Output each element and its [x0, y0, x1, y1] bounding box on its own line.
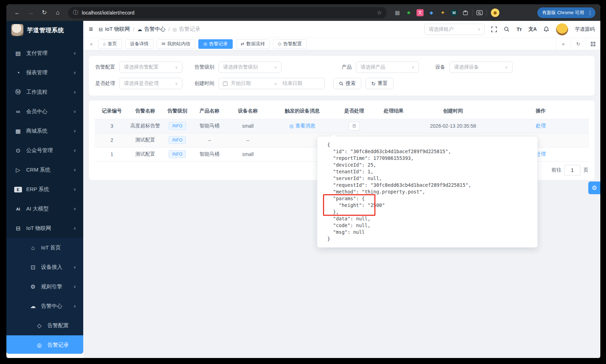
sidebar-item-erp[interactable]: E ERP 系统 ∨ — [6, 180, 83, 199]
product-select[interactable]: 请选择产品 ∨ — [356, 62, 419, 73]
sidebar-item-alert-record[interactable]: ◎ 告警记录 — [6, 335, 83, 354]
chevron-down-icon: ∨ — [73, 90, 76, 94]
tab-label: 告警配置 — [283, 41, 302, 47]
sidebar-item-workflow[interactable]: Ⓜ 工作流程 ∨ — [6, 82, 83, 102]
tab-home[interactable]: ⌂ 首页 — [98, 39, 122, 49]
puzzle-extension-icon[interactable] — [462, 9, 469, 16]
level-info-tag: INFO — [169, 122, 186, 130]
sidebar-item-payment[interactable]: ▤ 支付管理 ∨ — [6, 44, 83, 63]
alert-config-select[interactable]: 请选择告警配置 ∨ — [119, 62, 182, 73]
hexagon-icon: ◇ — [278, 41, 281, 46]
grid-extension-icon[interactable]: ▦ — [394, 9, 401, 16]
reload-icon[interactable]: ↻ — [38, 7, 50, 18]
sidebar-item-iot[interactable]: ⊟ IoT 物联网 ∧ — [6, 219, 83, 238]
wallet-icon: ▤ — [14, 50, 22, 57]
tab-alert-config[interactable]: ◇ 告警配置 — [273, 39, 307, 49]
data-flow-icon: ⇄ — [241, 41, 244, 46]
layout-grid-icon[interactable] — [585, 38, 600, 50]
sidebar-item-device-access[interactable]: ⊡ 设备接入 ∨ — [6, 258, 83, 277]
url-bar[interactable]: ⓘ localhost/iot/alert/record ☆ — [68, 7, 387, 18]
refresh-icon: ↻ — [371, 81, 376, 86]
sidebar-item-member[interactable]: ∞ 会员中心 ∨ — [6, 102, 83, 121]
tab-device-detail[interactable]: 设备详情 — [125, 39, 153, 49]
tabs-expand-icon[interactable]: » — [556, 38, 571, 50]
view-message-link[interactable]: ◎ 查看消息 — [289, 123, 315, 129]
refresh-icon[interactable]: ↻ — [571, 38, 585, 50]
sidebar-item-label: 公众号管理 — [26, 147, 73, 154]
back-icon[interactable]: ← — [11, 7, 23, 18]
chevron-down-icon: ∨ — [175, 81, 178, 86]
sidebar-item-iot-home[interactable]: ⌂ IoT 首页 — [6, 238, 83, 258]
breadcrumb-iot[interactable]: ⊟ IoT 物联网 — [99, 26, 130, 33]
sidebar-item-report[interactable]: ◔ 报表管理 ∨ — [6, 63, 83, 82]
toolbar-divider — [472, 9, 473, 16]
language-icon[interactable]: 文A — [528, 26, 537, 33]
home-icon: ⌂ — [103, 41, 106, 46]
chevron-up-icon: ∧ — [73, 226, 76, 231]
chevron-down-icon: ∨ — [73, 70, 76, 75]
sidebar-item-official-account[interactable]: ⊙ 公众号管理 ∨ — [6, 141, 83, 160]
tenant-select[interactable]: 请选择租户 ∨ — [424, 24, 485, 35]
hamburger-icon[interactable]: ≡ — [89, 25, 93, 33]
end-date-placeholder: 结束日期 — [282, 80, 321, 87]
sidebar-item-mall[interactable]: ▦ 商城系统 ∨ — [6, 121, 83, 141]
device-message-popover: { "id": "30fc8edd63cb4d1bacef289f9d22581… — [317, 136, 538, 248]
chrome-update-button[interactable]: 有新版 Chrome 可用 ⋮ — [537, 7, 595, 18]
broom-extension-icon[interactable]: ✦ — [439, 9, 446, 16]
m-extension-icon[interactable]: M — [451, 9, 458, 16]
handled-select[interactable]: 请选择是否处理 ∨ — [119, 78, 182, 89]
search-button[interactable]: 搜索 — [333, 78, 361, 89]
alert-level-select[interactable]: 请选择告警级别 ∨ — [219, 62, 282, 73]
sidebar-item-ai[interactable]: AI AI 大模型 ∨ — [6, 199, 83, 219]
filter-label-created: 创建时间 — [194, 80, 214, 87]
profile-avatar[interactable]: ☻ — [491, 8, 499, 17]
star-extension-icon[interactable]: ★ — [405, 9, 412, 16]
sidebar-item-alert-config[interactable]: ◇ 告警配置 — [6, 316, 83, 335]
search-icon[interactable] — [504, 26, 510, 32]
iot-vehicle-icon: ⊟ — [99, 27, 103, 32]
settings-fab[interactable]: ⚙ — [588, 181, 600, 194]
sidebar-item-rule-engine[interactable]: ⚙ 规则引擎 ∨ — [6, 277, 83, 296]
username[interactable]: 芋道源码 — [575, 26, 595, 33]
handle-link[interactable]: 处理 — [536, 123, 546, 128]
fullscreen-icon[interactable] — [491, 27, 497, 32]
sidebar-item-label: 报表管理 — [26, 69, 73, 76]
col-result: 处理结果 — [374, 103, 414, 119]
home-icon[interactable]: ⌂ — [52, 7, 64, 18]
translate-extension-icon[interactable]: 文 — [417, 9, 424, 16]
sidebar-item-alert-center[interactable]: ☁ 告警中心 ∧ — [6, 296, 83, 316]
logo[interactable]: 芋道管理系统 — [6, 21, 83, 39]
tabs-collapse-icon[interactable]: « — [87, 41, 96, 47]
compass-icon: ⊙ — [14, 147, 22, 154]
site-info-icon[interactable]: ⓘ — [73, 9, 78, 16]
forward-icon[interactable]: → — [25, 7, 37, 18]
user-avatar[interactable] — [556, 23, 568, 35]
filter-label-device: 设备 — [435, 64, 445, 70]
reset-button-label: 重置 — [378, 80, 388, 87]
tab-data-flow[interactable]: ⇄ 数据流转 — [236, 39, 270, 49]
search-icon — [339, 81, 344, 86]
handled-no-tag: 否 — [349, 122, 360, 131]
sidebar-item-label: CRM 系统 — [26, 167, 73, 173]
bookmark-star-icon[interactable]: ☆ — [377, 9, 382, 16]
chevron-down-icon: ∨ — [73, 148, 76, 153]
device-select[interactable]: 请选择设备 ∨ — [449, 62, 512, 73]
font-size-icon[interactable]: Tт — [516, 27, 521, 32]
page-input[interactable] — [564, 165, 580, 175]
gem-extension-icon[interactable]: ◆ — [428, 9, 435, 16]
filter-label-alert-config: 告警配置 — [95, 64, 115, 70]
tab-my-messages[interactable]: ✉ 我的站内信 — [157, 39, 195, 49]
tab-alert-record[interactable]: ◎ 告警记录 — [198, 39, 232, 49]
gear-icon: ⚙ — [591, 184, 597, 192]
sidebar-item-crm[interactable]: ▷ CRM 系统 ∨ — [6, 160, 83, 180]
extensions-row: ▦ ★ 文 ◆ ✦ M — [394, 9, 469, 16]
bell-icon[interactable] — [543, 26, 549, 32]
date-range-picker[interactable]: 开始日期 – 结束日期 — [219, 78, 325, 89]
breadcrumb-alert-center[interactable]: ☁ 告警中心 — [137, 26, 165, 33]
reset-button[interactable]: ↻ 重置 — [366, 78, 393, 89]
side-search-icon[interactable] — [476, 10, 483, 16]
col-created-time: 创建时间 — [413, 103, 492, 119]
chevron-down-icon: ∨ — [73, 187, 76, 192]
search-button-label: 搜索 — [346, 80, 356, 87]
browser-menu-icon[interactable]: ⋮ — [587, 10, 593, 16]
